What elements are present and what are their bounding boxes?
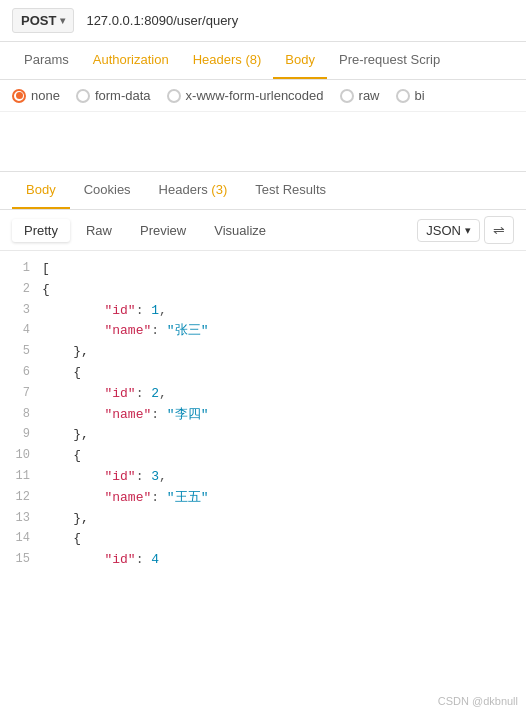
- line-content: "name": "李四": [42, 405, 526, 426]
- option-raw-label: raw: [359, 88, 380, 103]
- line-number: 2: [0, 280, 42, 299]
- line-number: 13: [0, 509, 42, 528]
- code-line: 6 {: [0, 363, 526, 384]
- radio-raw[interactable]: [340, 89, 354, 103]
- line-content: "name": "王五": [42, 488, 526, 509]
- line-content: "name": "张三": [42, 321, 526, 342]
- line-number: 5: [0, 342, 42, 361]
- code-area: 1[2{3 "id": 1,4 "name": "张三"5 },6 {7 "id…: [0, 251, 526, 579]
- line-content: {: [42, 363, 526, 384]
- fmt-raw[interactable]: Raw: [74, 219, 124, 242]
- line-number: 6: [0, 363, 42, 382]
- json-format-label: JSON: [426, 223, 461, 238]
- code-line: 10 {: [0, 446, 526, 467]
- watermark: CSDN @dkbnull: [438, 695, 518, 707]
- code-line: 2{: [0, 280, 526, 301]
- json-format-select[interactable]: JSON ▾: [417, 219, 480, 242]
- empty-area: [0, 112, 526, 172]
- option-none[interactable]: none: [12, 88, 60, 103]
- body-options: none form-data x-www-form-urlencoded raw…: [0, 80, 526, 112]
- line-number: 7: [0, 384, 42, 403]
- json-format-chevron: ▾: [465, 224, 471, 237]
- tab-headers[interactable]: Headers (8): [181, 42, 274, 79]
- code-line: 5 },: [0, 342, 526, 363]
- line-content: },: [42, 342, 526, 363]
- fmt-pretty[interactable]: Pretty: [12, 219, 70, 242]
- tab-body[interactable]: Body: [273, 42, 327, 79]
- res-tab-headers[interactable]: Headers (3): [145, 172, 242, 209]
- option-none-label: none: [31, 88, 60, 103]
- res-tab-headers-badge: (3): [211, 182, 227, 197]
- option-form-data-label: form-data: [95, 88, 151, 103]
- line-content: },: [42, 509, 526, 530]
- code-line: 14 {: [0, 529, 526, 550]
- request-tabs: Params Authorization Headers (8) Body Pr…: [0, 42, 526, 80]
- line-number: 10: [0, 446, 42, 465]
- code-line: 15 "id": 4: [0, 550, 526, 571]
- line-number: 12: [0, 488, 42, 507]
- option-urlencoded[interactable]: x-www-form-urlencoded: [167, 88, 324, 103]
- code-line: 11 "id": 3,: [0, 467, 526, 488]
- option-raw[interactable]: raw: [340, 88, 380, 103]
- response-tabs: Body Cookies Headers (3) Test Results: [0, 172, 526, 210]
- radio-binary[interactable]: [396, 89, 410, 103]
- line-number: 8: [0, 405, 42, 424]
- line-number: 4: [0, 321, 42, 340]
- res-tab-cookies[interactable]: Cookies: [70, 172, 145, 209]
- radio-none[interactable]: [12, 89, 26, 103]
- tab-authorization[interactable]: Authorization: [81, 42, 181, 79]
- fmt-preview[interactable]: Preview: [128, 219, 198, 242]
- line-content: {: [42, 446, 526, 467]
- code-line: 7 "id": 2,: [0, 384, 526, 405]
- line-number: 3: [0, 301, 42, 320]
- radio-urlencoded[interactable]: [167, 89, 181, 103]
- code-line: 3 "id": 1,: [0, 301, 526, 322]
- tab-prerequest[interactable]: Pre-request Scrip: [327, 42, 452, 79]
- url-bar: POST ▾: [0, 0, 526, 42]
- wrap-button[interactable]: ⇌: [484, 216, 514, 244]
- tab-params[interactable]: Params: [12, 42, 81, 79]
- line-number: 11: [0, 467, 42, 486]
- line-number: 15: [0, 550, 42, 569]
- line-content: "id": 1,: [42, 301, 526, 322]
- res-tab-body[interactable]: Body: [12, 172, 70, 209]
- code-line: 13 },: [0, 509, 526, 530]
- line-content: "id": 2,: [42, 384, 526, 405]
- line-number: 9: [0, 425, 42, 444]
- radio-form-data[interactable]: [76, 89, 90, 103]
- fmt-visualize[interactable]: Visualize: [202, 219, 278, 242]
- option-binary[interactable]: bi: [396, 88, 425, 103]
- code-line: 1[: [0, 259, 526, 280]
- res-tab-testresults[interactable]: Test Results: [241, 172, 340, 209]
- line-content: [: [42, 259, 526, 280]
- code-line: 8 "name": "李四": [0, 405, 526, 426]
- line-number: 1: [0, 259, 42, 278]
- method-select[interactable]: POST ▾: [12, 8, 74, 33]
- option-urlencoded-label: x-www-form-urlencoded: [186, 88, 324, 103]
- format-bar: Pretty Raw Preview Visualize JSON ▾ ⇌: [0, 210, 526, 251]
- code-line: 12 "name": "王五": [0, 488, 526, 509]
- line-number: 14: [0, 529, 42, 548]
- line-content: {: [42, 529, 526, 550]
- line-content: {: [42, 280, 526, 301]
- method-chevron: ▾: [60, 15, 65, 26]
- url-input[interactable]: [82, 9, 514, 32]
- option-form-data[interactable]: form-data: [76, 88, 151, 103]
- method-label: POST: [21, 13, 56, 28]
- code-line: 9 },: [0, 425, 526, 446]
- code-line: 4 "name": "张三": [0, 321, 526, 342]
- line-content: },: [42, 425, 526, 446]
- res-tab-headers-label: Headers: [159, 182, 212, 197]
- line-content: "id": 4: [42, 550, 526, 571]
- option-binary-label: bi: [415, 88, 425, 103]
- line-content: "id": 3,: [42, 467, 526, 488]
